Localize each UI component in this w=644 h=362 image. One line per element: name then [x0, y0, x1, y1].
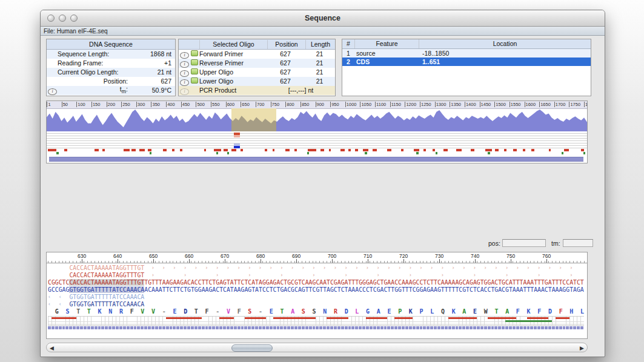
map-ruler-label: 50 — [62, 102, 68, 107]
map-red-dash — [180, 149, 182, 151]
strand-arrow-icon: › — [537, 272, 540, 278]
strand-arrow-icon: › — [409, 272, 412, 278]
zoom-window-icon[interactable] — [70, 15, 78, 22]
strand-post: TGTTTAAGAAGACACCTTCTGAGTATTCTCATAGGAGACT… — [144, 279, 583, 286]
oligo-row[interactable]: iLower Oligo62721 — [179, 77, 335, 86]
minimize-window-icon[interactable] — [59, 15, 66, 22]
oligo-toggle-icon[interactable] — [191, 68, 198, 74]
sequence-map-panel[interactable]: 1501001502002503003504004505005506006507… — [46, 100, 588, 163]
scrollbar-thumb[interactable] — [231, 344, 273, 352]
tm-input[interactable] — [563, 239, 593, 247]
amino-acid: A — [287, 308, 298, 315]
amino-acid: R — [116, 308, 127, 315]
bottom-strand-row[interactable]: GCCGAGGTGGTGATTTTTATCCAAACAACAAATTCTTCTG… — [48, 286, 584, 293]
map-ruler-label: 450 — [181, 102, 190, 107]
map-green-dash — [416, 152, 418, 154]
ruler-label: 630 — [78, 253, 86, 259]
codon-grid — [48, 316, 584, 326]
primer-sequence: CACCACTAAAAATAGGTTTGT — [69, 265, 144, 271]
strand-arrow-icon: › — [345, 265, 348, 271]
ruler-tick — [189, 259, 190, 263]
map-red-dash — [513, 149, 517, 151]
horizontal-scrollbar[interactable]: ◀ ▶ — [46, 343, 588, 352]
histogram-svg — [47, 108, 587, 131]
map-red-dash — [204, 149, 206, 151]
map-ruler-label: 600 — [226, 102, 235, 107]
map-histogram[interactable] — [47, 108, 587, 131]
oligo-position: 627 — [267, 59, 304, 68]
ruler-label: 750 — [506, 253, 515, 259]
oligo-toggle-icon[interactable] — [191, 50, 198, 56]
strand-highlight: CACCACTAAAAATAGGTTTGT — [69, 279, 144, 286]
map-ruler-label: 500 — [196, 102, 205, 107]
strand-arrow-icon: › — [281, 265, 284, 271]
oligo-row[interactable]: iUpper Oligo62721 — [179, 68, 335, 77]
feature-name: CDS — [354, 58, 420, 66]
map-ruler-label: 1400 — [465, 102, 476, 107]
map-red-dash — [523, 149, 526, 151]
strand-pre: CGGCTC — [48, 279, 69, 286]
oligo-row[interactable]: iForward Primer62721 — [179, 50, 335, 59]
strand-arrow-icon: › — [173, 265, 176, 271]
map-ruler-label: 200 — [107, 102, 116, 107]
amino-acid: W — [480, 308, 491, 315]
strand-arrow-icon: › — [527, 265, 530, 271]
strand-arrow-icon: › — [205, 265, 208, 271]
map-red-dash — [401, 149, 403, 151]
ruler-tick — [225, 259, 225, 263]
strand-arrow-icon: › — [184, 272, 187, 278]
oligo-length: 21 — [304, 77, 335, 86]
strand-arrow-icon: › — [505, 272, 508, 278]
amino-acid: S — [62, 308, 73, 315]
amino-acid: T — [491, 308, 502, 315]
close-window-icon[interactable] — [47, 15, 55, 22]
pcr-product-row[interactable]: i PCR Product [---,---] nt — [179, 86, 335, 95]
strand-arrow-icon: › — [313, 265, 316, 271]
map-red-dash — [531, 149, 534, 151]
top-strand-row[interactable]: CGGCTCCACCACTAAAAATAGGTTTGTTGTTTAAGAAGAC… — [48, 279, 584, 286]
map-ruler-label: 650 — [241, 102, 250, 107]
amino-acid: - — [212, 308, 223, 315]
sequence-editor-panel[interactable]: 6306406506606706806907007107207307407507… — [46, 252, 588, 339]
oligo-position: 627 — [267, 68, 304, 77]
grid-red-run — [527, 317, 548, 319]
oligo-row[interactable]: iReverse Primer62721 — [179, 59, 335, 68]
toggle-cell — [190, 59, 199, 68]
ruler-tick — [475, 259, 476, 263]
title-bar[interactable]: Sequence — [41, 10, 605, 27]
dna-row[interactable]: itm:50.9°C — [47, 86, 175, 95]
map-ruler-label: 850 — [300, 102, 310, 107]
amino-acid: E — [266, 308, 277, 315]
dna-row[interactable]: Reading Frame:+1 — [47, 59, 175, 68]
strand-arrow-icon: › — [377, 272, 380, 278]
dna-row[interactable]: Current Oligo Length:21 nt — [47, 68, 175, 77]
scroll-left-icon[interactable]: ◀ — [50, 344, 54, 352]
histogram-selection[interactable] — [231, 108, 277, 131]
dna-row-value: 627 — [136, 77, 175, 86]
map-ruler-label: 100 — [76, 102, 85, 107]
map-ruler-label: 1 — [47, 102, 50, 107]
info-cell: i — [179, 77, 190, 86]
oligo-toggle-icon[interactable] — [191, 77, 198, 84]
dna-row[interactable]: Sequence Length:1868 nt — [47, 50, 175, 59]
map-ruler-label: 1050 — [360, 102, 371, 107]
map-red-dash — [581, 149, 583, 151]
map-ruler-label: 900 — [316, 102, 325, 107]
feature-row[interactable]: 1source-18..1850 — [342, 49, 591, 58]
amino-acid: V — [148, 308, 159, 315]
map-ruler-label: 400 — [166, 102, 175, 107]
pos-input[interactable] — [502, 239, 546, 247]
map-green-dash — [216, 152, 218, 154]
scroll-right-icon[interactable]: ▶ — [580, 344, 584, 352]
oligo-position: 627 — [267, 50, 304, 59]
map-green-dash — [583, 152, 585, 154]
strand-arrow-icon: › — [281, 272, 284, 278]
oligo-toggle-icon[interactable] — [191, 59, 198, 65]
strand-arrow-icon: › — [505, 265, 508, 271]
map-red-dash — [148, 149, 152, 151]
info-icon: i — [180, 79, 189, 86]
dna-row-value: 21 nt — [136, 68, 175, 77]
strand-arrow-icon: › — [495, 265, 498, 271]
feature-row[interactable]: 2CDS1..651 — [342, 58, 591, 66]
info-icon: i — [180, 70, 189, 77]
